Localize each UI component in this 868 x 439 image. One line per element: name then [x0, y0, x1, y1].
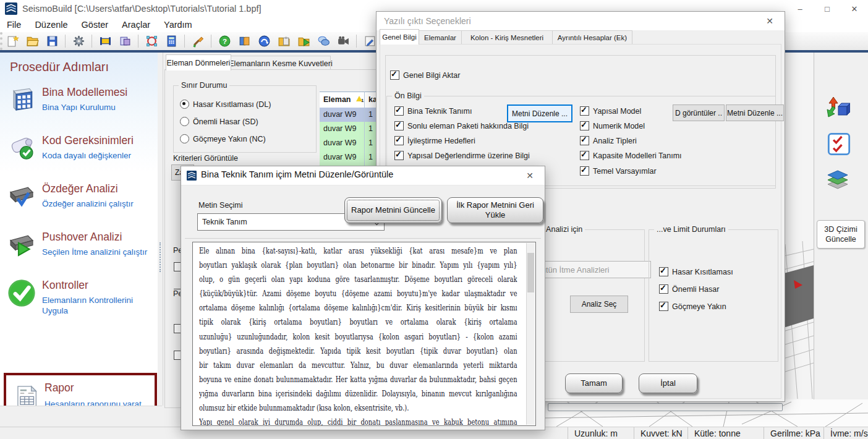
model-view-icon[interactable] — [144, 34, 159, 49]
editor-line: Ele alınan bina {kat-sayısı}-katlı, katl… — [199, 244, 517, 258]
calculator-icon[interactable] — [164, 34, 179, 49]
checkbox-yapisal-degerlendirme[interactable]: Yapısal Değerlendirme üzerine Bilgi — [394, 151, 530, 160]
checkbox-onemli-hasar[interactable]: Önemli Hasar — [659, 284, 719, 294]
video-tutorials-icon[interactable] — [336, 34, 351, 49]
sidebar-item-subtitle: Seçilen İtme analizini çalıştır — [42, 247, 152, 257]
group-label: ...ve Limit Durumları — [654, 225, 728, 234]
radio-icon[interactable] — [180, 100, 189, 109]
select-analysis-button[interactable]: Analiz Seç — [570, 296, 628, 313]
layers-icon[interactable] — [825, 168, 850, 192]
checkbox-label: Genel Bilgi Aktar — [403, 71, 460, 80]
scrollbar-thumb[interactable] — [527, 253, 534, 292]
sidebar-item-title: Kontroller — [42, 279, 88, 292]
checkbox-icon[interactable] — [659, 284, 668, 294]
folder-report-icon[interactable] — [276, 34, 291, 49]
close-icon[interactable]: ✕ — [757, 12, 782, 30]
checkbox-icon[interactable] — [580, 166, 589, 176]
support-icon[interactable] — [257, 34, 271, 49]
table-row[interactable]: duvar W9 — [320, 150, 365, 165]
maximize-button[interactable]: □ — [814, 0, 841, 17]
edit-text-button-2[interactable]: Metni Düzenle ... — [726, 104, 784, 121]
checkbox-icon[interactable] — [580, 106, 589, 116]
checkbox-bina-teknik-tanimi[interactable]: Bina Teknik Tanımı — [394, 106, 472, 116]
radio-icon[interactable] — [180, 117, 189, 126]
close-button[interactable]: ✕ — [841, 0, 868, 17]
editor-line: ortalama döşeme kalınlığı {ortalama döşe… — [199, 301, 517, 315]
checkbox-icon[interactable] — [580, 136, 589, 145]
checkbox-numerik-model[interactable]: Numerik Model — [580, 121, 645, 130]
menu-file[interactable]: File — [0, 18, 28, 32]
menu-yardim[interactable]: Yardım — [157, 18, 199, 32]
checkbox-icon[interactable] — [390, 70, 399, 80]
checkbox-icon[interactable] — [659, 267, 668, 276]
checkbox-sonlu-eleman[interactable]: Sonlu eleman Paketi hakkında Bilgi — [394, 121, 529, 130]
table-row[interactable]: duvar W9 — [320, 108, 365, 122]
tab-elemanlar[interactable]: Elemanlar — [419, 30, 462, 45]
brush-icon[interactable] — [190, 34, 205, 49]
tab-genel-bilgi[interactable]: Genel Bilgi — [380, 29, 419, 45]
menu-duzenle[interactable]: Düzenle — [28, 18, 74, 32]
table-row[interactable]: duvar W9 — [320, 122, 365, 137]
checkbox-gocmeye-yakin[interactable]: Göçmeye Yakın — [659, 302, 726, 311]
tab-eleman-donmeleri[interactable]: Eleman Dönmeleri — [166, 54, 231, 70]
update-report-text-button[interactable]: Rapor Metnini Güncelle — [344, 197, 442, 223]
group-label: Sınır Durumu — [179, 81, 229, 90]
checkbox-icon[interactable] — [394, 121, 404, 130]
update-3d-drawing-button[interactable]: 3D Çizimi Güncelle — [817, 220, 865, 249]
report-text-editor[interactable]: Ele alınan bina {kat-sayısı}-katlı, katl… — [192, 242, 536, 426]
checkbox-icon[interactable] — [394, 151, 404, 160]
restore-report-text-button[interactable]: İlk Rapor Metnini Geri Yükle — [447, 197, 543, 223]
radio-hasar-kisitlamasi[interactable]: Hasar Kısıtlaması (DL) — [180, 100, 271, 109]
new-file-icon[interactable] — [5, 34, 20, 49]
vertical-scrollbar[interactable] — [526, 243, 535, 425]
settings-gear-icon[interactable] — [71, 34, 86, 49]
checkbox-label: Temel Varsayımlar — [593, 167, 657, 176]
manual-book-icon[interactable] — [237, 34, 252, 49]
radio-onemli-hasar[interactable]: Önemli Hasar (SD) — [180, 117, 258, 126]
checkbox-temel-varsayimlar[interactable]: Temel Varsayımlar — [580, 166, 657, 176]
checkbox-yapisal-model[interactable]: Yapısal Model — [580, 106, 641, 116]
feedback-icon[interactable] — [316, 34, 331, 49]
menu-araclar[interactable]: Araçlar — [115, 18, 157, 32]
open-project-icon[interactable] — [25, 34, 40, 49]
cancel-button[interactable]: İptal — [639, 373, 697, 393]
checkbox-hasar-kisitlamasi[interactable]: Hasar Kısıtlaması — [659, 267, 733, 276]
checkbox-genel-bilgi-aktar[interactable]: Genel Bilgi Aktar — [390, 70, 460, 80]
horizontal-scrollbar[interactable] — [548, 403, 783, 411]
section-view-icon[interactable] — [98, 34, 113, 49]
editor-line: {küçük/büyük}tür. Azami döşeme boyutu {d… — [199, 287, 517, 301]
radio-icon[interactable] — [180, 134, 189, 143]
tab-ayrintili-hesaplar[interactable]: Ayrıntılı Hesaplar (Ek) — [552, 30, 632, 45]
tab-kolon-kiris-mesnetleri[interactable]: Kolon - Kiriş Mesnetleri — [461, 30, 553, 45]
views-3d-button[interactable]: D görüntüler .. — [673, 104, 725, 121]
save-icon[interactable] — [45, 34, 59, 49]
checkbox-analiz-tipleri[interactable]: Analiz Tipleri — [580, 136, 637, 145]
checkbox-icon[interactable] — [659, 302, 668, 311]
close-icon[interactable]: ✕ — [517, 166, 542, 185]
checklist-icon[interactable] — [827, 132, 849, 154]
transform-cube-icon[interactable] — [825, 96, 850, 121]
menu-goster[interactable]: Göster — [75, 18, 116, 32]
status-acceleration: İvme: m/sec2 — [823, 427, 868, 439]
radio-gocmeye-yakin[interactable]: Göçmeye Yakın (NC) — [180, 134, 266, 143]
group-label: Ön Bilgi — [392, 92, 424, 100]
rename-view-icon[interactable] — [117, 34, 132, 49]
help-icon[interactable]: ? — [217, 34, 232, 49]
separator — [185, 238, 541, 239]
sidebar-item-title: Rapor — [45, 381, 74, 394]
table-row[interactable]: duvar W9 — [320, 136, 365, 151]
checkbox-kapasite-modelleri[interactable]: Kapasite Modelleri Tanımı — [580, 151, 682, 160]
ok-button[interactable]: Tamam — [565, 373, 623, 393]
minimize-button[interactable]: – — [786, 0, 814, 17]
checkbox-icon[interactable] — [580, 151, 589, 160]
edit-text-button[interactable]: Metni Düzenle ... — [507, 104, 572, 122]
checkbox-icon[interactable] — [580, 121, 589, 130]
checkbox-icon[interactable] — [394, 136, 404, 145]
eigen-chip-icon — [7, 181, 36, 210]
edit-pencil-icon[interactable] — [362, 34, 377, 49]
checkbox-iyilestirme-hedefleri[interactable]: İyileştirme Hedefleri — [394, 136, 475, 145]
sidebar-splitter[interactable] — [158, 53, 163, 406]
checkbox-icon[interactable] — [394, 106, 404, 116]
folder-run-icon[interactable] — [296, 34, 311, 49]
button-label: Yükle — [485, 210, 506, 219]
